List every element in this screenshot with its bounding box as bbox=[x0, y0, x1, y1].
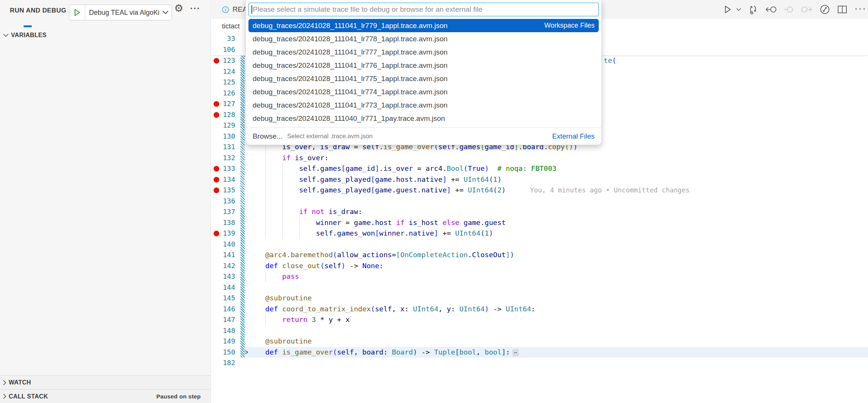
browse-description: Select external .trace.avm.json bbox=[287, 133, 373, 140]
line-number[interactable]: 137 bbox=[211, 206, 235, 217]
quickpick-item[interactable]: debug_traces/20241028_111041_lr775_1appl… bbox=[248, 72, 599, 85]
watch-section-header[interactable]: WATCH bbox=[0, 375, 211, 389]
call-stack-label: CALL STACK bbox=[9, 393, 48, 400]
quickpick-input[interactable]: Please select a simulate trace file to d… bbox=[248, 3, 599, 16]
external-files-group-label: External Files bbox=[552, 132, 595, 141]
code-line-144: 144 bbox=[211, 282, 868, 293]
code-line-text[interactable]: @subroutine bbox=[248, 293, 312, 304]
line-number[interactable]: 129 bbox=[211, 120, 235, 131]
line-number[interactable]: 147 bbox=[211, 314, 235, 325]
quickpick-item-label: debug_traces/20241028_111041_lr779_1appl… bbox=[253, 22, 448, 30]
code-line-text[interactable]: winner = game.host if is_host else game.… bbox=[248, 217, 506, 228]
code-line-141: 141 @arc4.baremethod(allow_actions=[OnCo… bbox=[211, 250, 868, 261]
indent-guide bbox=[282, 196, 283, 207]
line-number[interactable]: 140 bbox=[211, 239, 235, 250]
line-number[interactable]: 125 bbox=[211, 77, 235, 88]
quickpick-item[interactable]: debug_traces/20241028_111041_lr774_1appl… bbox=[248, 85, 599, 98]
variables-section-header[interactable]: VARIABLES bbox=[0, 29, 211, 42]
line-number[interactable]: 141 bbox=[211, 250, 235, 261]
code-line-text[interactable]: pass bbox=[248, 271, 299, 282]
breadcrumb-file-label[interactable]: tictact bbox=[222, 22, 240, 30]
line-number[interactable]: 146 bbox=[211, 304, 235, 315]
code-line-text[interactable]: if is_over: bbox=[248, 153, 329, 164]
code-line-text[interactable]: self.games_won[winner.native] += UInt64(… bbox=[248, 228, 493, 239]
line-number[interactable]: 134 bbox=[211, 174, 235, 185]
quickpick-item-label: debug_traces/20241028_111041_lr777_1appl… bbox=[253, 48, 448, 56]
chevron-down-icon bbox=[162, 11, 172, 14]
split-editor-icon[interactable] bbox=[837, 5, 847, 14]
code-line-text[interactable]: self.games[game_id].is_over = arc4.Bool(… bbox=[248, 163, 556, 174]
line-number[interactable]: 127 bbox=[211, 98, 235, 109]
run-button[interactable] bbox=[724, 5, 732, 14]
code-line-text[interactable]: self.games_played[game.host.native] += U… bbox=[248, 174, 501, 185]
line-number[interactable]: 131 bbox=[211, 142, 235, 153]
code-line-text[interactable]: if not is_draw: bbox=[248, 206, 362, 217]
debug-config-dropdown[interactable]: Debug TEAL via AlgoKi bbox=[69, 5, 172, 20]
chevron-right-icon bbox=[3, 380, 6, 386]
more-actions-icon[interactable]: ··· bbox=[190, 3, 200, 14]
line-number[interactable]: 132 bbox=[211, 153, 235, 164]
step-forward-icon bbox=[801, 6, 812, 13]
code-line-134: 134 self.games_played[game.host.native] … bbox=[211, 174, 868, 185]
more-actions-icon[interactable]: ··· bbox=[854, 3, 866, 14]
code-line-text[interactable]: @subroutine bbox=[248, 336, 312, 347]
code-line-140: 140 bbox=[211, 239, 868, 250]
line-number[interactable]: 139 bbox=[211, 228, 235, 239]
run-dropdown-chevron-icon[interactable] bbox=[736, 8, 741, 11]
watch-label: WATCH bbox=[9, 379, 31, 386]
quickpick-item[interactable]: debug_traces/20241028_111041_lr779_1appl… bbox=[248, 19, 599, 32]
code-line-text[interactable]: return 3 * y + x bbox=[248, 314, 350, 325]
quickpick-browse-item[interactable]: Browse... Select external .trace.avm.jso… bbox=[248, 130, 599, 142]
code-line-text[interactable]: def coord_to_matrix_index(self, x: UInt6… bbox=[248, 304, 535, 315]
folded-code-ellipsis[interactable]: ⋯ bbox=[512, 349, 519, 356]
sticky-line-number[interactable]: 106 bbox=[211, 44, 235, 55]
rerun-trace-icon[interactable] bbox=[748, 4, 758, 15]
code-line-133: 133 self.games[game_id].is_over = arc4.B… bbox=[211, 163, 868, 174]
quickpick-widget: Please select a simulate trace file to d… bbox=[245, 0, 602, 145]
line-number[interactable]: 143 bbox=[211, 271, 235, 282]
step-back-icon[interactable] bbox=[765, 6, 777, 13]
code-line-text[interactable]: @arc4.baremethod(allow_actions=[OnComple… bbox=[248, 250, 514, 261]
workspace-files-group-label: Workspace Files bbox=[544, 22, 595, 30]
code-line-132: 132 if is_over: bbox=[211, 153, 868, 164]
quickpick-item[interactable]: debug_traces/20241028_111041_lr777_1appl… bbox=[248, 45, 599, 59]
quickpick-list: debug_traces/20241028_111041_lr779_1appl… bbox=[248, 19, 599, 125]
variables-label: VARIABLES bbox=[11, 32, 47, 39]
quickpick-item[interactable]: debug_traces/20241028_111040_lr771_1pay.… bbox=[248, 112, 599, 125]
code-line-text[interactable]: self.games_played[game.guest.native] += … bbox=[248, 185, 690, 196]
code-line-136: 136 bbox=[211, 196, 868, 207]
line-number[interactable]: 142 bbox=[211, 261, 235, 272]
start-debug-button[interactable] bbox=[69, 5, 85, 20]
indent-guide bbox=[265, 196, 266, 207]
gear-icon[interactable]: ⚙ bbox=[174, 2, 183, 14]
code-line-text[interactable]: def close_out(self) -> None: bbox=[248, 261, 383, 272]
debug-config-label: Debug TEAL via AlgoKi bbox=[85, 9, 162, 17]
line-number[interactable]: 150 bbox=[211, 347, 235, 358]
line-number[interactable]: 149 bbox=[211, 336, 235, 347]
browse-label: Browse... bbox=[253, 132, 283, 141]
quickpick-item[interactable]: debug_traces/20241028_111041_lr776_1appl… bbox=[248, 59, 599, 72]
debug-graph-icon[interactable] bbox=[820, 4, 830, 15]
code-line-150: 150> def is_game_over(self, board: Board… bbox=[211, 347, 868, 358]
line-number[interactable]: 135 bbox=[211, 185, 235, 196]
quickpick-separator bbox=[246, 127, 601, 128]
code-line-text[interactable]: def is_game_over(self, board: Board) -> … bbox=[248, 347, 519, 358]
sticky-line-number[interactable]: 33 bbox=[211, 33, 235, 44]
line-number[interactable]: 182 bbox=[211, 358, 235, 369]
line-number[interactable]: 148 bbox=[211, 325, 235, 336]
line-number[interactable]: 136 bbox=[211, 196, 235, 207]
line-number[interactable]: 126 bbox=[211, 88, 235, 99]
quickpick-item-label: debug_traces/20241028_111041_lr774_1appl… bbox=[253, 88, 448, 96]
line-number[interactable]: 145 bbox=[211, 293, 235, 304]
line-number[interactable]: 124 bbox=[211, 66, 235, 77]
line-number[interactable]: 123 bbox=[211, 55, 235, 66]
line-number[interactable]: 144 bbox=[211, 282, 235, 293]
quickpick-item[interactable]: debug_traces/20241028_111041_lr778_1appl… bbox=[248, 32, 599, 45]
line-number[interactable]: 138 bbox=[211, 217, 235, 228]
call-stack-section-header[interactable]: CALL STACK Paused on step bbox=[0, 389, 211, 403]
code-line-135: 135 self.games_played[game.guest.native]… bbox=[211, 185, 868, 196]
line-number[interactable]: 133 bbox=[211, 163, 235, 174]
line-number[interactable]: 130 bbox=[211, 131, 235, 142]
quickpick-item[interactable]: debug_traces/20241028_111041_lr773_1appl… bbox=[248, 98, 599, 112]
line-number[interactable]: 128 bbox=[211, 109, 235, 120]
